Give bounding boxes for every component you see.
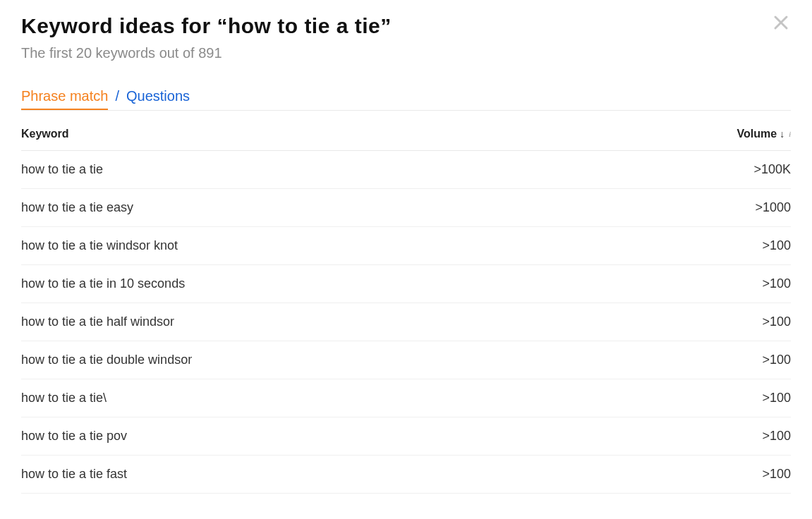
close-button[interactable] (771, 13, 791, 32)
close-icon (773, 15, 789, 30)
volume-cell: >100 (606, 379, 791, 417)
keyword-cell: how to tie a tie half windsor (21, 303, 606, 341)
title-prefix: Keyword ideas for (21, 14, 217, 37)
keyword-cell: how to tie a tie easy (21, 189, 606, 227)
column-header-keyword[interactable]: Keyword (21, 111, 606, 151)
keyword-cell: how to tie a tie\ (21, 379, 606, 417)
table-row[interactable]: how to tie a tie easy>1000 (21, 189, 791, 227)
tab-phrase-match[interactable]: Phrase match (21, 88, 108, 110)
volume-cell: >100 (606, 303, 791, 341)
table-row[interactable]: how to tie a tie fast>100 (21, 456, 791, 494)
table-row[interactable]: how to tie a tie in 10 seconds>100 (21, 265, 791, 303)
volume-cell: >100K (606, 151, 791, 189)
keyword-table: Keyword Volume ↓ i how to tie a tie>100K… (21, 111, 791, 494)
tab-questions[interactable]: Questions (126, 88, 190, 104)
keyword-cell: how to tie a tie in 10 seconds (21, 265, 606, 303)
keyword-cell: how to tie a tie (21, 151, 606, 189)
title-query: “how to tie a tie” (217, 14, 391, 37)
keyword-cell: how to tie a tie fast (21, 456, 606, 494)
tabs: Phrase match / Questions (21, 88, 791, 110)
keyword-cell: how to tie a tie windsor knot (21, 227, 606, 265)
page-subtitle: The first 20 keywords out of 891 (21, 45, 791, 61)
table-row[interactable]: how to tie a tie windsor knot>100 (21, 227, 791, 265)
volume-cell: >100 (606, 456, 791, 494)
volume-cell: >100 (606, 265, 791, 303)
column-header-volume-label: Volume (737, 128, 777, 140)
keyword-cell: how to tie a tie double windsor (21, 341, 606, 379)
tab-separator: / (115, 88, 119, 104)
volume-cell: >1000 (606, 189, 791, 227)
table-row[interactable]: how to tie a tie\>100 (21, 379, 791, 417)
keyword-cell: how to tie a tie pov (21, 417, 606, 456)
info-icon[interactable]: i (787, 130, 791, 138)
volume-cell: >100 (606, 227, 791, 265)
page-title: Keyword ideas for “how to tie a tie” (21, 14, 791, 38)
volume-cell: >100 (606, 341, 791, 379)
sort-desc-icon: ↓ (780, 129, 784, 139)
volume-cell: >100 (606, 417, 791, 456)
table-row[interactable]: how to tie a tie double windsor>100 (21, 341, 791, 379)
table-row[interactable]: how to tie a tie pov>100 (21, 417, 791, 456)
table-row[interactable]: how to tie a tie>100K (21, 151, 791, 189)
table-row[interactable]: how to tie a tie half windsor>100 (21, 303, 791, 341)
column-header-volume[interactable]: Volume ↓ i (606, 111, 791, 151)
